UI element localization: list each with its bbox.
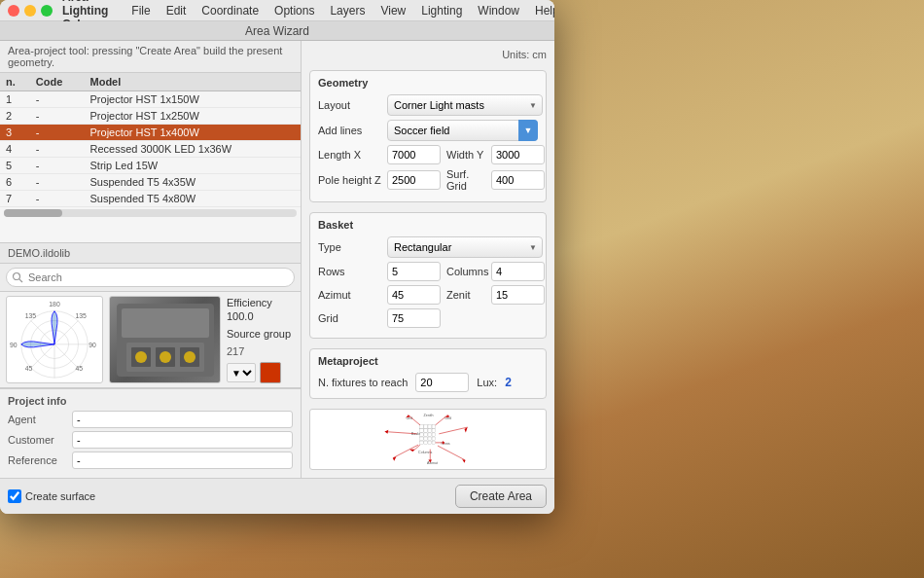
grid-row: Grid [318, 308, 538, 328]
agent-input[interactable] [72, 411, 293, 428]
menu-options[interactable]: Options [267, 0, 322, 21]
col-header-code: Code [30, 73, 85, 91]
svg-text:90: 90 [89, 342, 96, 348]
table-row[interactable]: 4 - Recessed 3000K LED 1x36W [0, 141, 301, 158]
table-scrollbar[interactable] [4, 209, 297, 217]
menu-items: File Edit Coordinate Options Layers View… [124, 0, 554, 21]
color-swatch-row: ▼ [227, 362, 295, 383]
menu-layers[interactable]: Layers [322, 0, 373, 21]
svg-text:45: 45 [25, 365, 33, 372]
menu-bar: Area Lighting Calc File Edit Coordinate … [0, 0, 554, 21]
surf-grid-label: Surf. Grid [446, 168, 485, 192]
table-row[interactable]: 5 - Strip Led 15W [0, 158, 301, 174]
menu-help[interactable]: Help [527, 0, 554, 21]
units-value: cm [532, 49, 547, 60]
geometry-section: Geometry Layout Corner Light masts Cente… [309, 70, 547, 202]
layout-row: Layout Corner Light masts Center mast Pe… [318, 94, 538, 116]
create-area-button[interactable]: Create Area [455, 485, 547, 508]
customer-input[interactable] [72, 431, 293, 449]
reference-field: Reference [8, 452, 293, 469]
reference-input[interactable] [72, 452, 293, 469]
add-lines-display[interactable]: Soccer field [387, 120, 538, 141]
azimut-label-diagram: Azimut [427, 461, 438, 465]
bottom-bar: Create surface Create Area [0, 478, 554, 514]
table-row[interactable]: 3 - Projector HST 1x400W [0, 125, 301, 141]
svg-rect-33 [432, 429, 436, 433]
cell-n: 3 [0, 125, 30, 141]
agent-label: Agent [8, 414, 66, 425]
search-input[interactable] [6, 268, 295, 287]
cell-code: - [30, 158, 85, 174]
width-y-input[interactable] [491, 145, 545, 164]
cell-model: Projector HST 1x250W [85, 108, 301, 125]
svg-rect-40 [428, 437, 432, 441]
customer-label: Customer [8, 434, 66, 446]
minimize-button[interactable] [24, 5, 36, 17]
cell-model: Suspended T5 4x80W [85, 191, 301, 207]
svg-rect-41 [432, 437, 436, 441]
length-width-row: Length X Width Y [318, 145, 538, 164]
basket-diagram: Grid Zenith Grid Basket: [309, 409, 547, 470]
search-wrapper [6, 268, 295, 287]
table-row[interactable]: 6 - Suspended T5 4x35W [0, 174, 301, 191]
create-surface-checkbox[interactable] [8, 489, 21, 503]
azimut-input[interactable] [387, 285, 441, 305]
fixture-preview: 180 90 90 135 135 45 45 [0, 292, 301, 388]
close-button[interactable] [8, 5, 19, 17]
menu-file[interactable]: File [124, 0, 158, 21]
basket-type-select-wrapper: Rectangular Circular Custom [387, 236, 543, 258]
menu-lighting[interactable]: Lighting [413, 0, 470, 21]
color-swatch[interactable] [260, 362, 281, 383]
maximize-button[interactable] [41, 5, 53, 17]
create-surface-checkbox-label[interactable]: Create surface [8, 489, 95, 503]
table-row[interactable]: 1 - Projector HST 1x150W [0, 91, 301, 108]
menu-coordinate[interactable]: Coordinate [194, 0, 267, 21]
add-lines-arrow[interactable]: ▼ [518, 120, 538, 141]
app-window: Area Lighting Calc File Edit Coordinate … [0, 0, 554, 514]
length-x-input[interactable] [387, 145, 441, 164]
fixture-table: n. Code Model 1 - Projector HST 1x150W 2… [0, 73, 301, 242]
svg-text:180: 180 [49, 301, 60, 307]
n-fixtures-label: N. fixtures to reach [318, 377, 408, 388]
menu-window[interactable]: Window [470, 0, 527, 21]
svg-rect-35 [424, 433, 428, 437]
azimut-zenit-row: Azimut Zenit [318, 285, 538, 305]
basket-type-row: Type Rectangular Circular Custom [318, 236, 538, 258]
color-dropdown[interactable]: ▼ [227, 363, 256, 382]
svg-rect-34 [420, 433, 424, 437]
cell-n: 7 [0, 191, 30, 207]
svg-rect-31 [424, 429, 428, 433]
zenit-input[interactable] [491, 285, 545, 305]
pole-height-input[interactable] [387, 170, 441, 190]
metaproject-row: N. fixtures to reach Lux: 2 [318, 373, 538, 392]
basket-title: Basket [318, 219, 538, 231]
pole-surf-row: Pole height Z Surf. Grid [318, 168, 538, 192]
metaproject-section: Metaproject N. fixtures to reach Lux: 2 [309, 348, 547, 399]
columns-input[interactable] [491, 262, 545, 281]
area-project-info: Area-project tool: pressing "Create Area… [0, 41, 301, 73]
fixture-img-svg [112, 299, 219, 381]
efficiency-panel: Efficiency 100.0 Source group 217 ▼ [227, 296, 295, 383]
table-row[interactable]: 2 - Projector HST 1x250W [0, 108, 301, 125]
svg-rect-29 [432, 425, 436, 429]
table-row[interactable]: 7 - Suspended T5 4x80W [0, 191, 301, 207]
svg-line-1 [19, 279, 22, 282]
grid-input[interactable] [387, 308, 441, 328]
azimut-label: Azimut [318, 289, 381, 301]
layout-select[interactable]: Corner Light masts Center mast Perimeter… [387, 94, 543, 116]
svg-text:90: 90 [10, 342, 18, 348]
svg-point-23 [160, 351, 171, 363]
menu-edit[interactable]: Edit [159, 0, 195, 21]
layout-select-wrapper: Corner Light masts Center mast Perimeter… [387, 94, 543, 116]
n-fixtures-input[interactable] [415, 373, 469, 392]
svg-rect-39 [424, 437, 428, 441]
surf-grid-input[interactable] [491, 170, 545, 190]
efficiency-label: Efficiency [227, 297, 272, 308]
rows-input[interactable] [387, 262, 441, 281]
basket-type-select[interactable]: Rectangular Circular Custom [387, 236, 543, 258]
menu-view[interactable]: View [373, 0, 413, 21]
efficiency-row: Efficiency 100.0 [227, 296, 295, 323]
svg-rect-32 [428, 429, 432, 433]
source-group-row: Source group [227, 327, 295, 341]
svg-rect-42 [420, 441, 424, 445]
